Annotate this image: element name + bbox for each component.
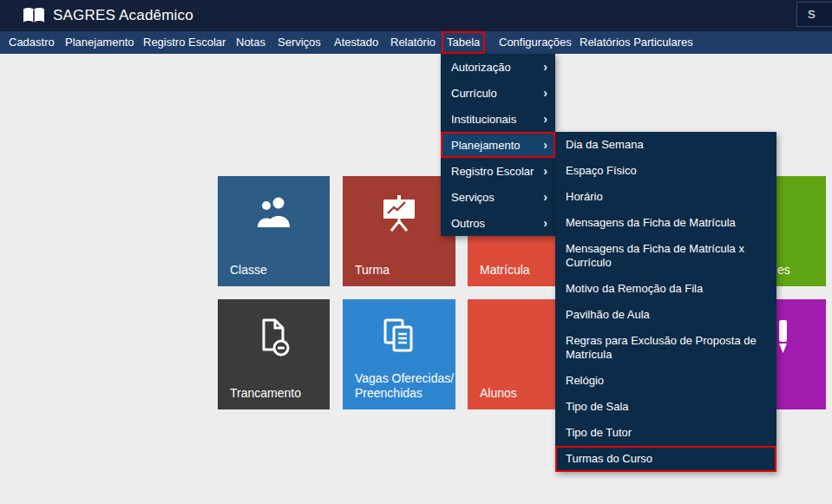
submenu-item-turmas-do-curso[interactable]: Turmas do Curso [555, 446, 776, 472]
chevron-right-icon: › [543, 113, 547, 125]
menu-item-cadastro[interactable]: Cadastro [3, 31, 60, 54]
tile-label: Alunos [480, 386, 517, 401]
dropdown-item-label: Serviços [451, 191, 495, 204]
dropdown-item-label: Outros [451, 217, 485, 230]
submenu-item-motivo-remocao-fila[interactable]: Motivo da Remoção da Fila [555, 276, 776, 302]
submenu-item-espaco-fisico[interactable]: Espaço Físico [555, 158, 776, 184]
topbar: SAGRES Acadêmico S [0, 0, 832, 31]
menu-item-registro-escolar[interactable]: Registro Escolar [138, 31, 231, 54]
document-minus-icon [218, 318, 330, 357]
submenu-item-relogio[interactable]: Relógio [555, 368, 776, 394]
tile-turma[interactable]: Turma [343, 176, 455, 286]
submenu-item-pavilhao-de-aula[interactable]: Pavilhão de Aula [555, 302, 776, 328]
tile-label: Vagas Oferecidas/ Preenchidas [355, 371, 454, 401]
sagres-app-window: SAGRES Acadêmico S Cadastro Planejamento… [0, 0, 832, 504]
submenu-item-horario[interactable]: Horário [555, 184, 776, 210]
tile-label: es [777, 263, 790, 278]
tile-trancamento[interactable]: Trancamento [218, 299, 330, 409]
menu-item-relatorio[interactable]: Relatório [385, 31, 441, 54]
dropdown-item-label: Planejamento [451, 139, 521, 152]
dropdown-item-autorizacao[interactable]: Autorização › [441, 54, 555, 80]
chevron-right-icon: › [543, 87, 547, 99]
chevron-right-icon: › [543, 165, 547, 177]
dropdown-item-label: Institucionais [451, 113, 516, 126]
documents-copy-icon [343, 318, 455, 353]
chevron-right-icon: › [543, 139, 547, 151]
tile-label: Matrícula [480, 263, 530, 278]
chevron-right-icon: › [543, 61, 547, 73]
submenu-item-tipo-de-tutor[interactable]: Tipo de Tutor [555, 420, 776, 446]
open-book-icon [23, 7, 45, 25]
partial-top-right-button[interactable]: S [796, 2, 832, 27]
dropdown-item-label: Autorização [451, 61, 511, 74]
tabela-dropdown: Autorização › Currículo › Institucionais… [441, 54, 555, 236]
menu-item-configuracoes[interactable]: Configurações [494, 31, 577, 54]
tile-label: Trancamento [230, 386, 301, 401]
dropdown-item-registro-escolar[interactable]: Registro Escolar › [441, 158, 555, 184]
submenu-item-regras-exclusao-proposta-matricula[interactable]: Regras para Exclusão de Proposta de Matr… [555, 328, 776, 368]
dropdown-item-label: Registro Escolar [451, 165, 534, 178]
menu-item-servicos[interactable]: Serviços [272, 31, 326, 54]
dropdown-item-servicos[interactable]: Serviços › [441, 184, 555, 210]
menu-item-planejamento[interactable]: Planejamento [60, 31, 140, 54]
menubar: Cadastro Planejamento Registro Escolar N… [0, 31, 832, 54]
menu-item-tabela[interactable]: Tabela [442, 31, 485, 54]
dropdown-item-planejamento[interactable]: Planejamento › [441, 132, 555, 158]
tile-classe[interactable]: Classe [218, 176, 330, 286]
dropdown-item-label: Currículo [451, 87, 497, 100]
dropdown-item-outros[interactable]: Outros › [441, 210, 555, 236]
submenu-item-tipo-de-sala[interactable]: Tipo de Sala [555, 394, 776, 420]
tile-label: Turma [355, 263, 390, 278]
chevron-right-icon: › [543, 217, 547, 229]
submenu-item-mensagens-ficha-matricula[interactable]: Mensagens da Ficha de Matrícula [555, 210, 776, 236]
menu-item-notas[interactable]: Notas [231, 31, 271, 54]
menu-item-atestado[interactable]: Atestado [329, 31, 383, 54]
tile-vagas-oferecidas-preenchidas[interactable]: Vagas Oferecidas/ Preenchidas [343, 299, 455, 409]
chevron-right-icon: › [543, 191, 547, 203]
dropdown-item-institucionais[interactable]: Institucionais › [441, 106, 555, 132]
submenu-item-dia-da-semana[interactable]: Dia da Semana [555, 132, 776, 158]
app-title: SAGRES Acadêmico [53, 7, 193, 24]
tile-label: Classe [230, 263, 267, 278]
dropdown-item-curriculo[interactable]: Currículo › [441, 80, 555, 106]
planejamento-submenu: Dia da Semana Espaço Físico Horário Mens… [555, 132, 776, 472]
users-icon [218, 195, 330, 230]
submenu-item-mensagens-ficha-matricula-curriculo[interactable]: Mensagens da Ficha de Matrícula x Curríc… [555, 236, 776, 276]
presentation-board-icon [343, 195, 455, 232]
menu-item-relatorios-particulares[interactable]: Relatórios Particulares [574, 31, 698, 54]
